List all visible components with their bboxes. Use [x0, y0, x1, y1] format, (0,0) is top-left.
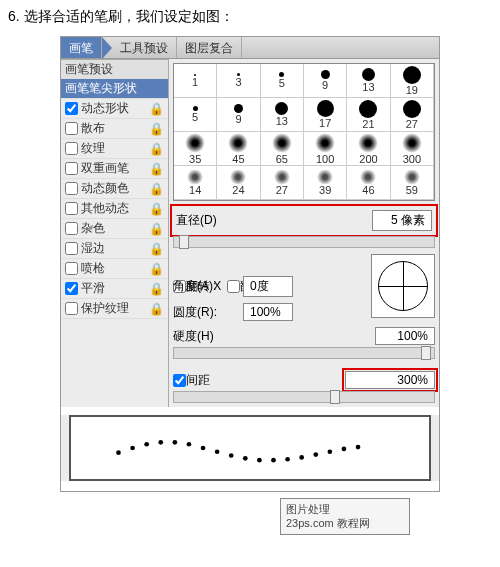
brush-preset-27[interactable]: 27 [261, 166, 304, 200]
brush-size-label: 24 [232, 184, 244, 196]
svg-point-0 [116, 450, 121, 455]
roundness-value[interactable]: 100% [243, 303, 293, 321]
svg-point-8 [229, 453, 234, 458]
brush-preset-39[interactable]: 39 [304, 166, 347, 200]
lock-icon: 🔒 [149, 102, 164, 116]
brush-size-label: 35 [189, 153, 201, 165]
sidebar-item-3[interactable]: 纹理🔒 [61, 139, 168, 159]
sidebar-item-9[interactable]: 喷枪🔒 [61, 259, 168, 279]
brush-preset-27[interactable]: 27 [391, 98, 434, 132]
svg-point-5 [187, 442, 192, 447]
svg-point-15 [328, 449, 333, 454]
sidebar-item-11[interactable]: 保护纹理🔒 [61, 299, 168, 319]
brush-size-label: 200 [359, 153, 377, 165]
brush-preset-21[interactable]: 21 [347, 98, 390, 132]
brush-size-label: 9 [322, 79, 328, 91]
brush-preset-19[interactable]: 19 [391, 64, 434, 98]
stroke-preview [69, 415, 431, 481]
spacing-slider[interactable] [173, 391, 435, 403]
diameter-value[interactable]: 5 像素 [372, 210, 432, 231]
spacing-value[interactable]: 300% [345, 371, 435, 389]
brush-preset-35[interactable]: 35 [174, 132, 217, 166]
sidebar-header-presets[interactable]: 画笔预设 [61, 59, 168, 79]
sidebar-checkbox-8[interactable] [65, 242, 78, 255]
brush-preset-grid: 1359131959131721273545651002003001424273… [173, 63, 435, 201]
brush-size-label: 59 [406, 184, 418, 196]
hardness-row: 硬度(H) 100% [173, 327, 435, 345]
brush-preset-9[interactable]: 9 [304, 64, 347, 98]
brush-tip-icon [403, 66, 421, 84]
brush-tip-icon [358, 133, 378, 153]
brush-size-label: 46 [362, 184, 374, 196]
brush-preset-65[interactable]: 65 [261, 132, 304, 166]
tab-tool-presets[interactable]: 工具预设 [112, 37, 177, 58]
sidebar-label-6: 其他动态 [81, 200, 129, 217]
diameter-slider[interactable] [173, 236, 435, 248]
spacing-row: 间距 300% [173, 371, 435, 389]
brush-size-label: 13 [362, 81, 374, 93]
brush-size-label: 45 [232, 153, 244, 165]
tab-active-arrow [102, 37, 112, 59]
brush-tip-icon [362, 68, 375, 81]
brush-preset-100[interactable]: 100 [304, 132, 347, 166]
sidebar-item-6[interactable]: 其他动态🔒 [61, 199, 168, 219]
angle-roundness-widget[interactable] [371, 254, 435, 318]
sidebar-item-5[interactable]: 动态颜色🔒 [61, 179, 168, 199]
brush-size-label: 9 [235, 113, 241, 125]
svg-point-3 [158, 440, 163, 445]
brush-preset-59[interactable]: 59 [391, 166, 434, 200]
hardness-value[interactable]: 100% [375, 327, 435, 345]
brush-preset-14[interactable]: 14 [174, 166, 217, 200]
sidebar-item-2[interactable]: 散布🔒 [61, 119, 168, 139]
brush-preset-24[interactable]: 24 [217, 166, 260, 200]
brush-preset-13[interactable]: 13 [261, 98, 304, 132]
angle-label: 角度(A): [173, 278, 243, 295]
svg-point-11 [271, 458, 276, 463]
brush-preset-45[interactable]: 45 [217, 132, 260, 166]
lock-icon: 🔒 [149, 162, 164, 176]
brush-preset-3[interactable]: 3 [217, 64, 260, 98]
sidebar-checkbox-7[interactable] [65, 222, 78, 235]
sidebar-checkbox-3[interactable] [65, 142, 78, 155]
sidebar-item-0[interactable]: 画笔笔尖形状 [61, 79, 168, 99]
svg-point-12 [285, 457, 290, 462]
brush-size-label: 17 [319, 117, 331, 129]
brush-preset-1[interactable]: 1 [174, 64, 217, 98]
tab-brush[interactable]: 画笔 [61, 37, 102, 58]
sidebar-checkbox-5[interactable] [65, 182, 78, 195]
hardness-slider[interactable] [173, 347, 435, 359]
brush-size-label: 3 [235, 76, 241, 88]
sidebar-checkbox-9[interactable] [65, 262, 78, 275]
brush-preset-17[interactable]: 17 [304, 98, 347, 132]
brush-preset-5[interactable]: 5 [174, 98, 217, 132]
angle-row: 角度(A): 0度 [173, 276, 343, 297]
sidebar-item-10[interactable]: 平滑🔒 [61, 279, 168, 299]
angle-value[interactable]: 0度 [243, 276, 293, 297]
spacing-checkbox[interactable] [173, 374, 186, 387]
brush-tip-icon [185, 133, 205, 153]
brush-preset-5[interactable]: 5 [261, 64, 304, 98]
brush-preset-300[interactable]: 300 [391, 132, 434, 166]
sidebar-checkbox-10[interactable] [65, 282, 78, 295]
sidebar-checkbox-4[interactable] [65, 162, 78, 175]
brush-size-label: 39 [319, 184, 331, 196]
sidebar-checkbox-1[interactable] [65, 102, 78, 115]
sidebar-item-7[interactable]: 杂色🔒 [61, 219, 168, 239]
svg-point-4 [173, 440, 178, 445]
sidebar-checkbox-11[interactable] [65, 302, 78, 315]
brush-size-label: 300 [403, 153, 421, 165]
tab-layer-comps[interactable]: 图层复合 [177, 37, 242, 58]
sidebar-item-4[interactable]: 双重画笔🔒 [61, 159, 168, 179]
brush-tip-icon [275, 102, 288, 115]
brush-preset-13[interactable]: 13 [347, 64, 390, 98]
brush-preset-200[interactable]: 200 [347, 132, 390, 166]
sidebar-checkbox-6[interactable] [65, 202, 78, 215]
sidebar-item-8[interactable]: 湿边🔒 [61, 239, 168, 259]
brush-preset-46[interactable]: 46 [347, 166, 390, 200]
brush-panel: 画笔 工具预设 图层复合 画笔预设 画笔笔尖形状动态形状🔒散布🔒纹理🔒双重画笔🔒… [60, 36, 440, 492]
sidebar-checkbox-2[interactable] [65, 122, 78, 135]
hardness-label: 硬度(H) [173, 328, 243, 345]
svg-point-10 [257, 458, 262, 463]
sidebar-item-1[interactable]: 动态形状🔒 [61, 99, 168, 119]
brush-preset-9[interactable]: 9 [217, 98, 260, 132]
